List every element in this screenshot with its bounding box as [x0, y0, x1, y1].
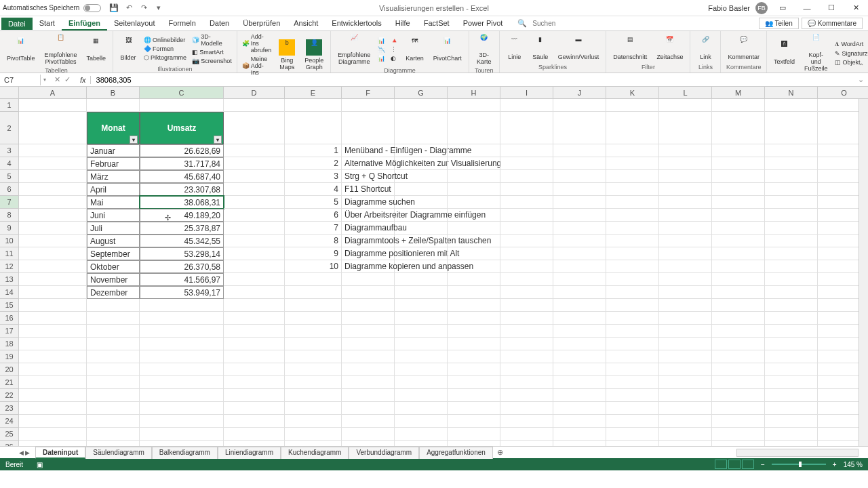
col-header-K[interactable]: K	[606, 87, 659, 99]
cell-N19[interactable]	[765, 350, 818, 363]
timeline-button[interactable]: 📅Zeitachse	[652, 35, 687, 62]
cell-G3[interactable]	[395, 144, 448, 157]
cell-D13[interactable]	[224, 273, 285, 286]
cell-N23[interactable]	[765, 402, 818, 415]
cell-H10[interactable]	[448, 235, 500, 247]
cell-E14[interactable]	[285, 286, 342, 299]
qat-customize-icon[interactable]: ▾	[154, 3, 163, 13]
col-header-G[interactable]: G	[395, 87, 448, 99]
cell-E7[interactable]: 5	[285, 196, 342, 209]
cell-D26[interactable]	[224, 441, 285, 446]
cell-A15[interactable]	[19, 299, 87, 312]
cell-H3[interactable]	[448, 144, 500, 157]
cell-I21[interactable]	[500, 376, 553, 389]
cell-F24[interactable]	[342, 415, 395, 428]
add-sheet-button[interactable]: ⊕	[493, 447, 507, 458]
cell-A11[interactable]	[19, 247, 87, 260]
cell-L22[interactable]	[659, 389, 712, 402]
cell-F7[interactable]: Diagramme suchen	[342, 196, 395, 209]
header-footer-button[interactable]: 📄Kopf- und Fußzeile	[800, 33, 832, 73]
cell-G5[interactable]	[395, 170, 448, 183]
cell-H11[interactable]	[448, 247, 500, 260]
cell-G10[interactable]	[395, 235, 448, 247]
cell-G4[interactable]	[395, 157, 448, 170]
col-header-C[interactable]: C	[140, 87, 224, 99]
cell-N21[interactable]	[765, 376, 818, 389]
cell-F14[interactable]	[342, 286, 395, 299]
cell-M21[interactable]	[712, 376, 765, 389]
slicer-button[interactable]: ▤Datenschnitt	[609, 35, 651, 62]
row-header-15[interactable]: 15	[0, 299, 19, 312]
cell-K10[interactable]	[606, 235, 659, 247]
cell-K12[interactable]	[606, 260, 659, 273]
row-header-7[interactable]: 7	[0, 196, 19, 209]
cell-J23[interactable]	[553, 402, 606, 415]
cell-G23[interactable]	[395, 402, 448, 415]
col-header-L[interactable]: L	[659, 87, 712, 99]
cell-J10[interactable]	[553, 235, 606, 247]
cell-G20[interactable]	[395, 363, 448, 376]
row-header-18[interactable]: 18	[0, 338, 19, 350]
name-box[interactable]: C7	[0, 75, 41, 85]
cell-F5[interactable]: Strg + Q Shortcut	[342, 170, 395, 183]
cell-B20[interactable]	[87, 363, 140, 376]
cell-H26[interactable]	[448, 441, 500, 446]
cell-C24[interactable]	[140, 415, 224, 428]
cell-H18[interactable]	[448, 338, 500, 350]
cell-B2[interactable]: Monat	[87, 112, 140, 144]
cell-I24[interactable]	[500, 415, 553, 428]
cell-N17[interactable]	[765, 325, 818, 338]
cell-A6[interactable]	[19, 183, 87, 196]
col-header-F[interactable]: F	[342, 87, 395, 99]
cell-K25[interactable]	[606, 428, 659, 441]
cell-L14[interactable]	[659, 286, 712, 299]
row-header-26[interactable]: 26	[0, 441, 19, 446]
cell-C20[interactable]	[140, 363, 224, 376]
sheet-tab-4[interactable]: Kuchendiagramm	[281, 447, 349, 459]
menu-factset[interactable]: FactSet	[417, 17, 456, 30]
cell-M10[interactable]	[712, 235, 765, 247]
cell-K19[interactable]	[606, 350, 659, 363]
cell-G7[interactable]	[395, 196, 448, 209]
cell-C25[interactable]	[140, 428, 224, 441]
menu-file[interactable]: Datei	[1, 18, 33, 30]
cell-K3[interactable]	[606, 144, 659, 157]
sheet-nav-prev-icon[interactable]: ◀	[19, 449, 24, 456]
cell-B7[interactable]: Mai	[87, 196, 140, 209]
cell-F19[interactable]	[342, 350, 395, 363]
cell-J3[interactable]	[553, 144, 606, 157]
chart-scatter-button[interactable]: ⋮	[389, 45, 400, 54]
cell-A18[interactable]	[19, 338, 87, 350]
cell-J20[interactable]	[553, 363, 606, 376]
screenshot-button[interactable]: 📷Screenshot	[190, 57, 234, 65]
cell-E24[interactable]	[285, 415, 342, 428]
cell-E6[interactable]: 4	[285, 183, 342, 196]
undo-icon[interactable]: ↶	[124, 3, 134, 13]
row-header-17[interactable]: 17	[0, 325, 19, 338]
cell-F26[interactable]	[342, 441, 395, 446]
cell-J16[interactable]	[553, 312, 606, 325]
cell-C16[interactable]	[140, 312, 224, 325]
cell-M9[interactable]	[712, 222, 765, 235]
cell-M16[interactable]	[712, 312, 765, 325]
cell-M25[interactable]	[712, 428, 765, 441]
cell-I5[interactable]	[500, 170, 553, 183]
cell-J9[interactable]	[553, 222, 606, 235]
zoom-in-button[interactable]: +	[833, 461, 837, 468]
sheet-tab-1[interactable]: Säulendiagramm	[85, 447, 152, 459]
cell-M11[interactable]	[712, 247, 765, 260]
cell-K22[interactable]	[606, 389, 659, 402]
cell-L3[interactable]	[659, 144, 712, 157]
cell-F1[interactable]	[342, 99, 395, 112]
cell-I8[interactable]	[500, 209, 553, 222]
toggle-switch-icon[interactable]	[83, 4, 101, 12]
cell-G19[interactable]	[395, 350, 448, 363]
cell-J7[interactable]	[553, 196, 606, 209]
cell-A7[interactable]	[19, 196, 87, 209]
cell-L25[interactable]	[659, 428, 712, 441]
cell-H25[interactable]	[448, 428, 500, 441]
recommended-pivot-button[interactable]: 📋Empfohlene PivotTables	[41, 33, 81, 66]
cell-C2[interactable]: Umsatz	[140, 112, 224, 144]
formula-input[interactable]	[91, 75, 854, 85]
col-header-I[interactable]: I	[500, 87, 553, 99]
